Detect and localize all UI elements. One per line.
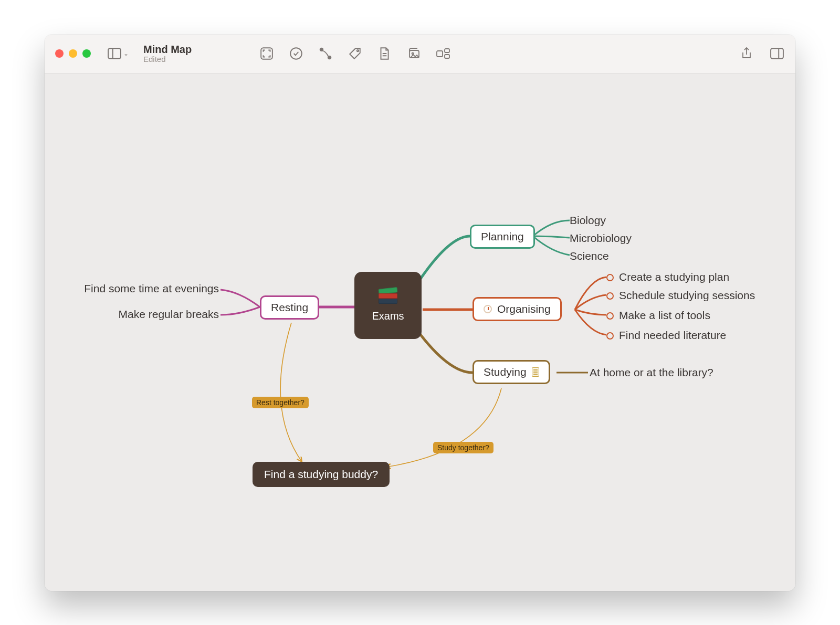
media-button[interactable]: [406, 46, 422, 61]
svg-rect-2: [261, 48, 272, 59]
svg-point-5: [328, 56, 331, 59]
leaf-studying-0[interactable]: At home or at the library?: [590, 366, 713, 379]
leaf-planning-1[interactable]: Microbiology: [570, 232, 632, 245]
task-bullet-icon: [606, 274, 614, 281]
connection-button[interactable]: [318, 46, 333, 61]
node-floating-buddy[interactable]: Find a studying buddy?: [253, 462, 390, 487]
connection-icon: [319, 47, 332, 60]
crosslink-label-rest[interactable]: Rest together?: [252, 397, 309, 408]
node-resting[interactable]: Resting: [260, 295, 319, 320]
toolbar-center-group: [259, 46, 451, 61]
note-attachment-icon: [532, 367, 539, 377]
books-icon: [377, 288, 399, 307]
node-planning-label: Planning: [481, 230, 524, 243]
leaf-resting-1[interactable]: Make regular breaks: [77, 308, 219, 321]
focus-icon: [260, 47, 274, 60]
svg-point-3: [290, 48, 302, 59]
titlebar: ⌄ Mind Map Edited: [45, 35, 795, 73]
node-studying-label: Studying: [484, 366, 527, 378]
share-button[interactable]: [739, 46, 754, 61]
sidebar-toggle-button[interactable]: ⌄: [104, 46, 132, 61]
task-bullet-icon: [606, 332, 614, 340]
leaf-organising-3[interactable]: Find needed literature: [606, 329, 726, 342]
node-studying[interactable]: Studying: [472, 360, 550, 384]
svg-rect-11: [437, 51, 443, 57]
sidebar-icon: [108, 48, 121, 59]
clock-icon: [484, 305, 492, 313]
node-planning[interactable]: Planning: [470, 225, 535, 249]
tag-icon: [348, 47, 362, 60]
minimize-window-button[interactable]: [69, 49, 77, 58]
focus-mode-button[interactable]: [259, 46, 275, 61]
svg-rect-13: [445, 55, 449, 58]
fullscreen-window-button[interactable]: [82, 49, 91, 58]
app-window: ⌄ Mind Map Edited: [45, 35, 795, 591]
node-organising-label: Organising: [497, 303, 551, 315]
svg-rect-14: [771, 48, 783, 59]
layout-icon: [436, 47, 450, 60]
chevron-down-icon: ⌄: [123, 50, 129, 57]
inspector-icon: [770, 47, 784, 60]
leaf-planning-0[interactable]: Biology: [570, 214, 606, 227]
toolbar-right-group: [739, 46, 785, 61]
svg-rect-0: [108, 48, 121, 59]
images-icon: [407, 47, 421, 60]
task-bullet-icon: [606, 292, 614, 300]
svg-rect-12: [445, 49, 449, 52]
layout-button[interactable]: [435, 46, 451, 61]
check-circle-icon: [289, 47, 303, 60]
notes-button[interactable]: [376, 46, 392, 61]
node-organising[interactable]: Organising: [472, 297, 562, 321]
node-floating-buddy-label: Find a studying buddy?: [264, 468, 378, 480]
traffic-lights: [55, 49, 91, 58]
task-bullet-icon: [606, 312, 614, 320]
node-center-exams[interactable]: Exams: [354, 272, 422, 339]
close-window-button[interactable]: [55, 49, 64, 58]
node-resting-label: Resting: [271, 301, 308, 314]
leaf-organising-1[interactable]: Schedule studying sessions: [606, 289, 755, 302]
leaf-planning-2[interactable]: Science: [570, 250, 609, 262]
mindmap-canvas[interactable]: Exams Planning Biology Microbiology Scie…: [45, 73, 795, 591]
task-button[interactable]: [288, 46, 304, 61]
crosslink-label-study[interactable]: Study together?: [433, 442, 494, 453]
leaf-organising-0[interactable]: Create a studying plan: [606, 271, 729, 283]
document-subtitle: Edited: [143, 55, 192, 64]
inspector-toggle-button[interactable]: [769, 46, 785, 61]
leaf-organising-2[interactable]: Make a list of tools: [606, 309, 710, 322]
tag-button[interactable]: [347, 46, 363, 61]
document-title-stack: Mind Map Edited: [143, 44, 192, 64]
share-icon: [740, 47, 753, 60]
document-icon: [377, 47, 391, 60]
leaf-resting-0[interactable]: Find some time at evenings: [77, 282, 219, 295]
svg-point-4: [320, 48, 323, 51]
node-center-label: Exams: [372, 310, 404, 322]
document-title: Mind Map: [143, 44, 192, 55]
svg-point-6: [357, 50, 359, 51]
